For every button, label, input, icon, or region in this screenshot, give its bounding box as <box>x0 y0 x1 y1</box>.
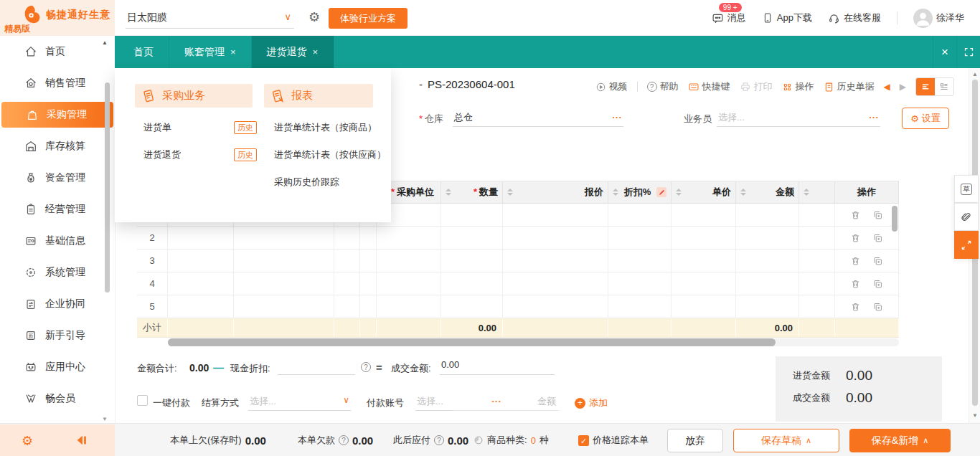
cell-unit[interactable] <box>377 272 441 295</box>
cell-amount[interactable] <box>736 227 799 249</box>
help-button[interactable]: ? 帮助 <box>647 80 679 93</box>
sort-arrows-icon[interactable] <box>613 189 618 196</box>
sidebar-item-funds[interactable]: 资金管理 <box>0 162 115 194</box>
cell-qty[interactable] <box>441 204 503 226</box>
cell-extra[interactable] <box>799 227 835 249</box>
column-header-price[interactable]: 单价 <box>672 181 736 203</box>
column-header-ops[interactable]: 操作 <box>835 181 899 203</box>
app-download-button[interactable]: App下载 <box>762 11 812 24</box>
table-vertical-scrollbar[interactable] <box>892 206 897 232</box>
attachment-button[interactable] <box>954 203 979 231</box>
warehouse-field[interactable]: 总仓 ... <box>453 108 623 127</box>
cell-discount[interactable] <box>608 204 672 226</box>
cell-amount[interactable] <box>736 250 799 272</box>
industry-plan-button[interactable]: 体验行业方案 <box>329 8 407 29</box>
pay-amount-input[interactable]: 金额 <box>451 392 559 411</box>
sidebar-item-guide[interactable]: 新新手引导 <box>0 320 115 351</box>
sidebar-item-inventory[interactable]: 库存核算 <box>0 130 115 162</box>
delete-row-icon[interactable] <box>850 209 861 221</box>
sort-arrows-icon[interactable] <box>676 189 682 196</box>
print-button[interactable]: 打印 <box>740 80 773 93</box>
sort-arrows-icon[interactable] <box>740 189 746 196</box>
cell-quote[interactable] <box>503 204 608 226</box>
cell-c4[interactable] <box>360 227 377 249</box>
copy-row-icon[interactable] <box>872 278 883 290</box>
cell-c3[interactable] <box>334 250 360 272</box>
sidebar-item-sales[interactable]: 销售管理 <box>0 67 115 99</box>
tab-account-books[interactable]: 账套管理× <box>169 36 252 68</box>
tab-purchase-return[interactable]: 进货退货× <box>252 36 334 68</box>
cell-price[interactable] <box>672 272 736 295</box>
online-service-button[interactable]: 在线客服 <box>828 11 881 24</box>
cell-extra[interactable] <box>799 272 835 295</box>
cell-price[interactable] <box>672 250 736 272</box>
cell-c3[interactable] <box>334 272 360 295</box>
cell-c3[interactable] <box>334 227 360 249</box>
collapse-sidebar-icon[interactable] <box>75 434 89 447</box>
deal-amount-input[interactable]: 0.00 <box>440 356 555 375</box>
draft-list-button[interactable]: 草 <box>954 175 979 203</box>
shortcut-button[interactable]: 快捷键 <box>688 80 730 93</box>
copy-row-icon[interactable] <box>872 209 883 221</box>
scroll-up-icon[interactable]: ▲ <box>972 71 978 77</box>
next-doc-icon[interactable]: ▶ <box>900 82 906 92</box>
settle-method-select[interactable]: 选择... ∨ <box>248 392 351 411</box>
close-all-tabs-icon[interactable]: × <box>933 36 956 68</box>
cell-discount[interactable] <box>608 227 672 249</box>
save-draft-button[interactable]: 保存草稿 ∧ <box>733 429 839 452</box>
sidebar-settings-gear-icon[interactable]: ⚙ <box>22 433 33 449</box>
fullscreen-icon[interactable] <box>956 36 980 68</box>
sidebar-scroll-up-icon[interactable]: ▲ <box>102 39 108 46</box>
cell-c3[interactable] <box>334 295 360 318</box>
cell-c4[interactable] <box>360 272 377 295</box>
column-header-quote[interactable]: 报价 <box>503 181 608 203</box>
delete-row-icon[interactable] <box>850 278 861 290</box>
gear-icon[interactable]: ⚙ <box>308 9 320 25</box>
sidebar-item-base-info[interactable]: 基础信息 <box>0 225 115 257</box>
close-icon[interactable]: × <box>230 47 236 57</box>
sidebar-item-home[interactable]: 首页 <box>0 36 115 67</box>
history-badge[interactable]: 历史 <box>234 121 257 134</box>
cell-unit[interactable] <box>377 250 441 272</box>
sidebar-item-operations[interactable]: 经营管理 <box>0 194 115 225</box>
account-select[interactable]: 日太阳膜 ∨ <box>126 9 294 29</box>
cell-c2[interactable] <box>234 250 334 272</box>
prev-doc-icon[interactable]: ◀ <box>884 82 890 92</box>
cell-discount[interactable] <box>608 295 672 318</box>
cell-unit[interactable] <box>377 227 441 249</box>
cell-quote[interactable] <box>503 295 608 318</box>
cell-price[interactable] <box>672 295 736 318</box>
salesman-field[interactable]: 选择... ... <box>717 108 880 127</box>
column-header-extra[interactable] <box>799 181 835 203</box>
cell-discount[interactable] <box>608 250 672 272</box>
history-badge[interactable]: 历史 <box>234 148 257 161</box>
cell-extra[interactable] <box>799 250 835 272</box>
cell-quote[interactable] <box>503 250 608 272</box>
cell-c2[interactable] <box>234 227 334 249</box>
cell-c1[interactable] <box>168 272 234 295</box>
cell-c2[interactable] <box>234 295 334 318</box>
cell-amount[interactable] <box>736 204 799 226</box>
sort-arrows-icon[interactable] <box>446 189 451 196</box>
close-icon[interactable]: × <box>313 47 319 57</box>
cell-price[interactable] <box>672 204 736 226</box>
cell-quote[interactable] <box>503 227 608 249</box>
warehouse-more-icon[interactable]: ... <box>612 110 622 120</box>
cell-qty[interactable] <box>441 227 503 249</box>
column-header-qty[interactable]: *数量 <box>441 181 503 203</box>
cell-price[interactable] <box>672 227 736 249</box>
table-horizontal-scrollbar[interactable] <box>168 338 776 346</box>
expand-button[interactable] <box>954 231 979 259</box>
menu-item-stats-by-product[interactable]: 进货单统计表（按商品） <box>274 121 382 134</box>
copy-row-icon[interactable] <box>872 301 883 313</box>
sidebar-item-collaboration[interactable]: 企业协同 <box>0 288 115 320</box>
menu-item-price-history[interactable]: 采购历史价跟踪 <box>274 176 382 189</box>
sidebar-item-purchase[interactable]: 采购管理 <box>1 102 113 128</box>
cell-qty[interactable] <box>441 295 503 318</box>
tab-home[interactable]: 首页 <box>118 36 169 68</box>
settings-button[interactable]: ⚙ 设置 <box>902 108 949 129</box>
card-view-button[interactable] <box>935 78 953 95</box>
copy-row-icon[interactable] <box>872 232 883 244</box>
save-and-new-button[interactable]: 保存&新增 ∧ <box>849 429 951 452</box>
cell-extra[interactable] <box>799 295 835 318</box>
